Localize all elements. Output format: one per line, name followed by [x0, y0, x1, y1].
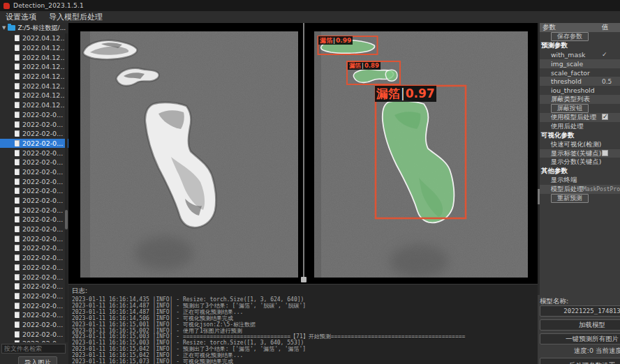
file-item[interactable]: 2022-02-0... [0, 225, 68, 234]
original-image-panel[interactable] [80, 31, 298, 278]
param-label: iou_threshold [540, 86, 602, 94]
tree-root-label: Z:/5-标注数据/... [17, 24, 66, 33]
param-action-button[interactable]: 重新预测 [551, 194, 589, 203]
menu-import-postprocess[interactable]: 导入模型后处理 [49, 12, 103, 22]
file-item[interactable]: 2022-02-0... [0, 196, 68, 206]
detection-label: 漏箔|0.89 [348, 62, 381, 70]
file-item[interactable]: 2022-02-0... [0, 119, 68, 129]
param-label: 显示终端 [540, 176, 602, 185]
param-row[interactable]: img_scale [540, 59, 620, 68]
check-icon[interactable]: ✓ [602, 51, 607, 58]
param-value[interactable] [602, 150, 608, 158]
file-item[interactable]: 2022.04.12... [0, 62, 68, 72]
panel-splitter[interactable] [303, 23, 304, 282]
menu-settings[interactable]: 设置选项 [6, 12, 36, 22]
viewer-area: 漏箔|0.99漏箔|0.89漏箔|0.97 日志: 2023-01-11 16:… [68, 23, 538, 364]
file-item[interactable]: 2022-02-0... [0, 234, 68, 243]
file-icon [15, 188, 20, 194]
file-item[interactable]: 2022.04.12... [0, 72, 68, 82]
param-row[interactable]: 快速可视化(检测) [540, 140, 620, 149]
file-item[interactable]: 2022-02-0... [0, 215, 68, 225]
file-item[interactable]: 2022-02-0... [0, 243, 68, 253]
file-item[interactable]: 2022-02-0... [0, 186, 68, 196]
param-row[interactable]: 显示分数(关键点) [540, 158, 620, 167]
file-item[interactable]: 2022-02-0... [0, 158, 68, 167]
param-row[interactable]: 显示终端 [540, 176, 620, 185]
load-model-button[interactable]: 加载模型 [540, 319, 620, 331]
file-item[interactable]: 2022.04.12... [0, 43, 68, 53]
file-item[interactable]: 2022-02-0... [0, 263, 68, 273]
checkbox-empty[interactable] [602, 150, 608, 156]
file-item[interactable]: 2022-02-0... [0, 329, 68, 339]
log-lines: 2023-01-11 16:16:14,435 |INFO| - Resize:… [72, 297, 538, 364]
parameters-panel: 参数 值 保存参数预测参数with_mask✓img_scalescale_fa… [538, 23, 620, 364]
file-item[interactable]: 2022-02-0... [0, 310, 68, 320]
file-item[interactable]: 2022.04.12... [0, 52, 68, 62]
param-row[interactable]: 屏蔽类型列表 [540, 95, 620, 104]
param-value[interactable]: MaskPostPro [583, 186, 620, 192]
sidebar-scrollbar[interactable] [65, 33, 68, 342]
param-row[interactable]: with_mask✓ [540, 50, 620, 59]
file-item-label: 2022-02-0... [22, 302, 63, 310]
search-input[interactable] [1, 344, 66, 354]
param-row[interactable]: threshold0.5 [540, 77, 620, 86]
param-row[interactable]: 显示标签(关键点) [540, 149, 620, 158]
import-images-button[interactable]: 导入图片 [18, 356, 57, 364]
file-item[interactable]: 2022-02-0... [0, 282, 68, 291]
param-button-row[interactable]: 重新预测 [540, 194, 620, 203]
predict-all-button[interactable]: 一键预测所有图片 [540, 333, 620, 344]
param-value[interactable]: 0.5 [602, 78, 612, 85]
file-icon [15, 112, 20, 118]
tree-root[interactable]: ▼ Z:/5-标注数据/... [0, 23, 68, 33]
file-item[interactable]: 2022-02-0... [0, 139, 68, 149]
param-button-row[interactable]: 保存参数 [540, 32, 620, 41]
prediction-image-panel[interactable]: 漏箔|0.99漏箔|0.89漏箔|0.97 [314, 31, 528, 278]
param-row[interactable]: iou_threshold [540, 86, 620, 95]
file-item[interactable]: 2022-02-0... [0, 129, 68, 139]
param-label: scale_factor [540, 69, 602, 77]
param-row[interactable]: scale_factor [540, 68, 620, 77]
param-row[interactable]: 模型后处理器MaskPostPro [540, 185, 620, 194]
param-value[interactable] [602, 114, 608, 121]
param-button-row[interactable]: 屏蔽按钮 [540, 104, 620, 113]
param-label: 重新预测 [540, 194, 602, 203]
postprocess-settings-button[interactable]: 后处理参数设置 [540, 358, 620, 364]
file-item[interactable]: 2022-02-0... [0, 205, 68, 215]
splitter-handle[interactable] [301, 277, 307, 282]
file-item[interactable]: 2022-02-0... [0, 148, 68, 158]
file-item[interactable]: 2022-02-0... [0, 176, 68, 186]
param-action-button[interactable]: 屏蔽按钮 [551, 104, 589, 113]
file-item-label: 2022.04.12... [22, 54, 66, 61]
log-title: 日志: [72, 287, 538, 296]
checkbox-checked[interactable] [602, 114, 608, 120]
model-name-value[interactable]: 20221225_174813 [540, 305, 620, 317]
file-icon [15, 45, 20, 51]
file-icon [15, 216, 20, 222]
file-item[interactable]: 2022-02-0... [0, 110, 68, 120]
file-item-label: 2022-02-0... [22, 130, 63, 137]
file-item[interactable]: 2022-02-0... [0, 272, 68, 282]
file-item[interactable]: 2022-02-0... [0, 253, 68, 263]
param-row[interactable]: 使用后处理 [540, 122, 620, 131]
param-row[interactable]: 使用模型后处理 [540, 113, 620, 122]
file-item[interactable]: 2022.04.12... [0, 91, 68, 100]
file-item[interactable]: 2022.04.12... [0, 100, 68, 110]
file-item[interactable]: 2022-02-0... [0, 167, 68, 177]
param-label: threshold [540, 77, 602, 85]
file-icon [15, 130, 20, 137]
file-item[interactable]: 2022.04.12... [0, 33, 68, 43]
defect-blob-1 [83, 40, 137, 59]
file-item-label: 2022-02-0... [22, 187, 63, 195]
file-item-label: 2022-02-0... [22, 121, 63, 128]
file-item[interactable]: 2022-02-0... [0, 301, 68, 310]
file-item[interactable]: 2022-02-0... [0, 320, 68, 330]
chevron-down-icon[interactable]: ▼ [2, 25, 6, 31]
file-icon [15, 331, 20, 338]
param-section-row: 预测参数 [540, 41, 620, 50]
file-icon [15, 73, 20, 79]
param-action-button[interactable]: 保存参数 [551, 32, 589, 41]
file-item[interactable]: 2022-02-0 [0, 339, 68, 342]
file-item[interactable]: 2022-02-0... [0, 291, 68, 301]
sidebar-scrollbar-thumb[interactable] [65, 210, 68, 229]
file-item[interactable]: 2022.04.12... [0, 81, 68, 91]
